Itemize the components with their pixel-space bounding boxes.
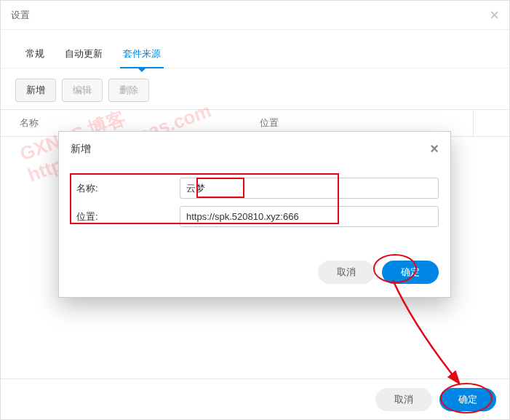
dialog-title: 新增 <box>71 143 91 156</box>
dialog-footer: 取消 确定 <box>59 256 450 297</box>
tab-label: 套件来源 <box>123 48 161 59</box>
dialog-body: 名称: 位置: <box>59 166 450 256</box>
tab-label: 常规 <box>25 48 44 59</box>
tabs: 常规 自动更新 套件来源 <box>1 30 509 68</box>
dialog-confirm-button[interactable]: 确定 <box>382 261 439 284</box>
form-row-name: 名称: <box>71 178 439 199</box>
form-row-location: 位置: <box>71 206 439 227</box>
close-icon[interactable]: × <box>490 6 499 25</box>
tab-auto-update[interactable]: 自动更新 <box>55 40 113 68</box>
add-source-dialog: 新增 × 名称: 位置: 取消 确定 <box>58 131 451 298</box>
titlebar: 设置 × <box>1 1 509 30</box>
dialog-header: 新增 × <box>59 132 450 166</box>
delete-button: 删除 <box>108 79 149 102</box>
main-footer: 取消 确定 <box>1 379 509 419</box>
name-input[interactable] <box>180 178 439 199</box>
dialog-cancel-button[interactable]: 取消 <box>318 261 375 284</box>
cancel-button[interactable]: 取消 <box>375 388 432 411</box>
tab-package-sources[interactable]: 套件来源 <box>113 40 171 68</box>
toolbar: 新增 编辑 删除 <box>1 68 509 109</box>
location-input[interactable] <box>180 206 439 227</box>
edit-button: 编辑 <box>62 79 103 102</box>
chevron-down-icon <box>138 68 146 72</box>
add-button[interactable]: 新增 <box>15 79 56 102</box>
close-icon[interactable]: × <box>430 140 439 157</box>
column-spacer <box>473 110 495 136</box>
name-label: 名称: <box>71 182 180 195</box>
confirm-button[interactable]: 确定 <box>439 388 496 411</box>
location-label: 位置: <box>71 210 180 223</box>
tab-label: 自动更新 <box>65 48 103 59</box>
window-title: 设置 <box>11 9 30 22</box>
tab-general[interactable]: 常规 <box>15 40 55 68</box>
